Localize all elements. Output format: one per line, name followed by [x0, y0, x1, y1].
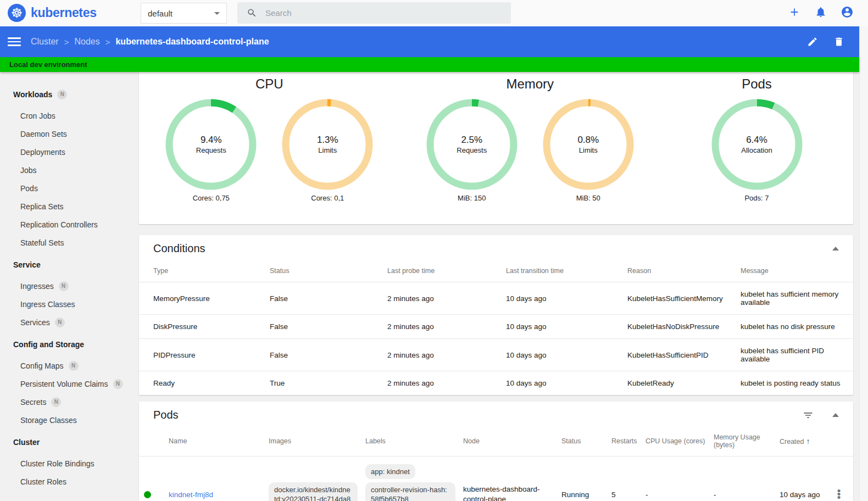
conditions-col-type: Type: [139, 260, 270, 282]
conditions-col-last-transition-time: Last transition time: [506, 260, 627, 282]
sidebar-item-secrets[interactable]: SecretsN: [0, 393, 137, 411]
sidebar-section-config-and-storage: Config and Storage: [0, 335, 137, 353]
sidebar-item-ingress-classes[interactable]: Ingress Classes: [0, 295, 137, 313]
donut-percent: 6.4%: [746, 135, 767, 146]
topbar-actions: [788, 5, 854, 19]
sidebar-section-workloads: WorkloadsN: [0, 85, 137, 103]
pods-col-created[interactable]: Created↑: [780, 426, 832, 457]
pod-memory-usage-cell: -: [714, 457, 780, 501]
donut-label: Requests: [196, 146, 226, 154]
conditions-cell: MemoryPressure: [139, 282, 270, 315]
sidebar-item-stateful-sets[interactable]: Stateful Sets: [0, 233, 137, 252]
delete-trash-icon[interactable]: [833, 36, 845, 48]
sidebar-item-persistent-volume-claims[interactable]: Persistent Volume ClaimsN: [0, 375, 137, 393]
search-input[interactable]: [265, 8, 474, 18]
pod-name-cell: kindnet-fmj8d: [169, 457, 269, 501]
donut-label: Requests: [457, 146, 487, 154]
conditions-cell: kubelet has sufficient memory available: [741, 282, 853, 315]
add-resource-icon[interactable]: [788, 5, 801, 19]
conditions-row-diskpressure: DiskPressureFalse2 minutes ago10 days ag…: [139, 315, 853, 339]
pod-name-link[interactable]: kindnet-fmj8d: [169, 491, 213, 499]
conditions-cell: True: [270, 371, 387, 396]
conditions-cell: 10 days ago: [506, 371, 627, 396]
sidebar-item-daemon-sets[interactable]: Daemon Sets: [0, 125, 137, 143]
sidebar-item-config-maps[interactable]: Config MapsN: [0, 357, 137, 375]
sidebar-item-label: Replication Controllers: [20, 220, 98, 229]
pods-col-images[interactable]: Images: [269, 426, 365, 457]
sidebar-item-pods[interactable]: Pods: [0, 179, 137, 197]
sidebar-item-deployments[interactable]: Deployments: [0, 143, 137, 161]
pods-col-actions: [832, 426, 853, 457]
conditions-cell: kubelet is posting ready status: [741, 371, 853, 396]
allocation-group-cpu: CPU9.4%RequestsCores: 0,751.3%LimitsCore…: [139, 75, 400, 224]
donut-caption: MiB: 50: [576, 194, 600, 202]
pods-col-restarts[interactable]: Restarts: [611, 426, 646, 457]
allocation-group-memory: Memory2.5%RequestsMiB: 1500.8%LimitsMiB:…: [400, 75, 661, 224]
pods-col-cpu-usage-cores[interactable]: CPU Usage (cores): [646, 426, 714, 457]
new-badge: N: [59, 281, 69, 291]
pod-created-cell: 10 days ago: [780, 457, 832, 501]
conditions-cell: 2 minutes ago: [387, 371, 506, 396]
donut-gauge-cpu-limits: 1.3%LimitsCores: 0,1: [281, 98, 374, 202]
environment-banner: Local dev environment: [0, 57, 859, 72]
sidebar-section-cluster: Cluster: [0, 433, 137, 451]
conditions-collapse-icon[interactable]: [832, 247, 839, 250]
donut-label: Limits: [318, 146, 337, 154]
pods-card: Pods NameImagesLabelsNodeStatusRestartsC…: [139, 402, 853, 501]
sidebar-item-replica-sets[interactable]: Replica Sets: [0, 197, 137, 215]
pods-col-memory-usage-bytes[interactable]: Memory Usage (bytes): [714, 426, 780, 457]
sidebar-item-cluster-roles[interactable]: Cluster Roles: [0, 472, 137, 491]
sidebar-item-cron-jobs[interactable]: Cron Jobs: [0, 107, 137, 125]
sidebar-item-label: Cron Jobs: [20, 112, 55, 120]
breadcrumb-current: kubernetes-dashboard-control-plane: [115, 37, 269, 47]
donut-gauge-memory-limits: 0.8%LimitsMiB: 50: [542, 98, 635, 202]
sidebar-item-label: Services: [20, 318, 50, 327]
sidebar-section-label: Service: [13, 260, 41, 269]
donut-percent: 2.5%: [461, 135, 482, 146]
conditions-header-row: TypeStatusLast probe timeLast transition…: [139, 260, 853, 282]
conditions-col-last-probe-time: Last probe time: [387, 260, 506, 282]
app-bar: Cluster>Nodes>kubernetes-dashboard-contr…: [0, 26, 859, 57]
sidebar-item-label: Jobs: [20, 166, 37, 175]
donut-row: 2.5%RequestsMiB: 1500.8%LimitsMiB: 50: [426, 98, 635, 202]
search-icon: [247, 8, 257, 18]
sidebar-item-cluster-role-bindings[interactable]: Cluster Role Bindings: [0, 454, 137, 472]
sidebar-item-label: Ingress Classes: [20, 300, 75, 309]
main-content: CPU9.4%RequestsCores: 0,751.3%LimitsCore…: [137, 72, 859, 501]
conditions-cell: kubelet has no disk pressure: [741, 315, 853, 339]
pods-col-status[interactable]: Status: [561, 426, 611, 457]
conditions-cell: 10 days ago: [506, 282, 627, 315]
pods-col-labels[interactable]: Labels: [365, 426, 463, 457]
menu-hamburger-icon[interactable]: [8, 35, 21, 48]
notifications-bell-icon[interactable]: [814, 5, 827, 19]
sidebar-section-label: Cluster: [13, 438, 40, 447]
kubernetes-logo[interactable]: ☸ kubernetes: [8, 4, 97, 22]
filter-icon[interactable]: [803, 410, 814, 421]
pods-col-node[interactable]: Node: [463, 426, 561, 457]
pods-col-name[interactable]: Name: [169, 426, 269, 457]
scrollbar-gutter[interactable]: [859, 26, 868, 501]
donut-gauge-pods-allocation: 6.4%AllocationPods: 7: [711, 98, 803, 202]
sidebar-item-ingresses[interactable]: IngressesN: [0, 277, 137, 295]
pods-collapse-icon[interactable]: [832, 413, 839, 417]
breadcrumb-link-cluster[interactable]: Cluster: [31, 37, 59, 47]
sidebar-item-jobs[interactable]: Jobs: [0, 161, 137, 179]
environment-banner-text: Local dev environment: [9, 60, 87, 69]
donut-chart: 6.4%Allocation: [711, 98, 803, 191]
sidebar-section-label: Workloads: [13, 90, 52, 99]
sidebar-item-services[interactable]: ServicesN: [0, 313, 137, 331]
account-circle-icon[interactable]: [841, 5, 854, 19]
breadcrumb-link-nodes[interactable]: Nodes: [74, 37, 99, 47]
pod-labels-cell: app: kindnetcontroller-revision-hash: 58…: [365, 457, 463, 501]
new-badge: N: [69, 361, 79, 371]
namespace-select[interactable]: default: [141, 3, 227, 24]
edit-pencil-icon[interactable]: [806, 36, 819, 48]
kebab-menu-icon[interactable]: •••: [832, 489, 845, 499]
sidebar-item-replication-controllers[interactable]: Replication Controllers: [0, 215, 137, 233]
sidebar-item-label: Pods: [20, 184, 38, 193]
conditions-cell: PIDPressure: [139, 339, 270, 371]
donut-center-text: 0.8%Limits: [542, 98, 635, 191]
top-bar: ☸ kubernetes default: [0, 0, 868, 26]
pod-restarts-cell: 5: [611, 457, 646, 501]
sidebar-item-storage-classes[interactable]: Storage Classes: [0, 411, 137, 429]
